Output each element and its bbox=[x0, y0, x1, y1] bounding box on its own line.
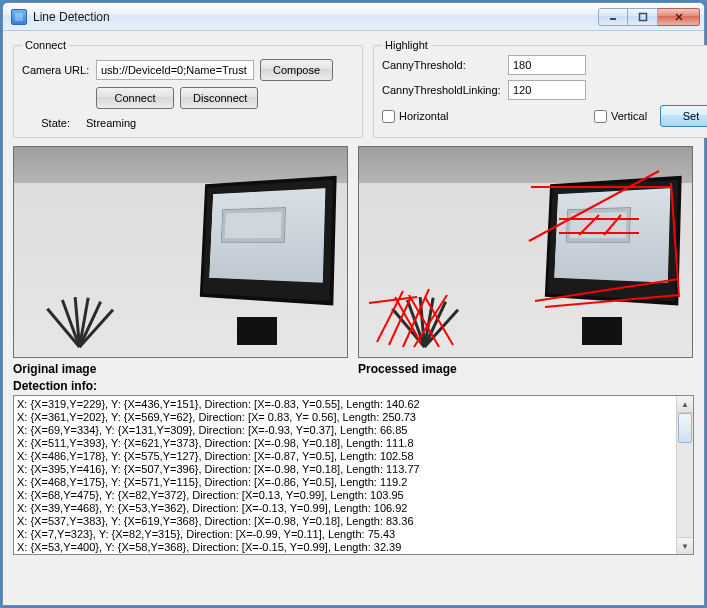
horizontal-checkbox[interactable]: Horizontal bbox=[382, 110, 502, 123]
processed-image bbox=[358, 146, 693, 358]
canny-threshold-label: CannyThreshold: bbox=[382, 59, 502, 71]
detection-line: X: {X=68,Y=475}, Y: {X=82,Y=372}, Direct… bbox=[17, 489, 673, 502]
window-controls bbox=[598, 8, 700, 26]
canny-threshold-input[interactable] bbox=[508, 55, 586, 75]
vertical-checkbox-input[interactable] bbox=[594, 110, 607, 123]
maximize-icon bbox=[638, 12, 648, 22]
close-icon bbox=[674, 12, 684, 22]
set-button[interactable]: Set bbox=[660, 105, 707, 127]
state-label: State: bbox=[22, 117, 80, 129]
disconnect-button[interactable]: Disconnect bbox=[180, 87, 258, 109]
connect-legend: Connect bbox=[22, 39, 69, 51]
connect-group: Connect Camera URL: Compose Connect Disc… bbox=[13, 39, 363, 138]
svg-rect-1 bbox=[639, 13, 646, 20]
highlight-group: Highlight CannyThreshold: CannyThreshold… bbox=[373, 39, 707, 138]
detection-line: X: {X=361,Y=202}, Y: {X=569,Y=62}, Direc… bbox=[17, 411, 673, 424]
titlebar[interactable]: Line Detection bbox=[3, 3, 704, 31]
scrollbar[interactable]: ▲ ▼ bbox=[676, 396, 693, 554]
minimize-icon bbox=[608, 12, 618, 22]
detection-info-box: X: {X=319,Y=229}, Y: {X=436,Y=151}, Dire… bbox=[13, 395, 694, 555]
window-title: Line Detection bbox=[33, 10, 110, 24]
detected-lines-overlay bbox=[359, 147, 693, 358]
original-image bbox=[13, 146, 348, 358]
canny-link-input[interactable] bbox=[508, 80, 586, 100]
scroll-up-button[interactable]: ▲ bbox=[677, 396, 693, 413]
connect-button[interactable]: Connect bbox=[96, 87, 174, 109]
processed-caption: Processed image bbox=[358, 362, 693, 376]
detection-info-label: Detection info: bbox=[13, 379, 694, 393]
close-button[interactable] bbox=[658, 8, 700, 26]
scroll-down-button[interactable]: ▼ bbox=[677, 537, 693, 554]
camera-url-label: Camera URL: bbox=[22, 64, 90, 76]
state-value: Streaming bbox=[86, 117, 136, 129]
minimize-button[interactable] bbox=[598, 8, 628, 26]
highlight-legend: Highlight bbox=[382, 39, 431, 51]
detection-line: X: {X=511,Y=393}, Y: {X=621,Y=373}, Dire… bbox=[17, 437, 673, 450]
detection-info-text[interactable]: X: {X=319,Y=229}, Y: {X=436,Y=151}, Dire… bbox=[14, 396, 676, 554]
detection-line: X: {X=319,Y=229}, Y: {X=436,Y=151}, Dire… bbox=[17, 398, 673, 411]
vertical-label: Vertical bbox=[611, 110, 647, 122]
svg-line-18 bbox=[409, 295, 439, 347]
canny-link-label: CannyThresholdLinking: bbox=[382, 84, 502, 96]
client-area: Connect Camera URL: Compose Connect Disc… bbox=[3, 31, 704, 605]
detection-line: X: {X=53,Y=400}, Y: {X=58,Y=368}, Direct… bbox=[17, 541, 673, 554]
detection-line: X: {X=39,Y=468}, Y: {X=53,Y=362}, Direct… bbox=[17, 502, 673, 515]
vertical-checkbox[interactable]: Vertical bbox=[594, 110, 654, 123]
detection-line: X: {X=486,Y=178}, Y: {X=575,Y=127}, Dire… bbox=[17, 450, 673, 463]
svg-line-19 bbox=[425, 297, 453, 345]
horizontal-label: Horizontal bbox=[399, 110, 449, 122]
scroll-track[interactable] bbox=[677, 413, 693, 537]
svg-line-4 bbox=[529, 171, 659, 241]
horizontal-checkbox-input[interactable] bbox=[382, 110, 395, 123]
app-icon bbox=[11, 9, 27, 25]
original-caption: Original image bbox=[13, 362, 348, 376]
detection-line: X: {X=7,Y=323}, Y: {X=82,Y=315}, Directi… bbox=[17, 528, 673, 541]
app-window: Line Detection Connect Camera URL: Compo… bbox=[2, 2, 705, 606]
scroll-thumb[interactable] bbox=[678, 413, 692, 443]
detection-line: X: {X=69,Y=334}, Y: {X=131,Y=309}, Direc… bbox=[17, 424, 673, 437]
compose-button[interactable]: Compose bbox=[260, 59, 333, 81]
detection-line: X: {X=537,Y=383}, Y: {X=619,Y=368}, Dire… bbox=[17, 515, 673, 528]
detection-line: X: {X=468,Y=175}, Y: {X=571,Y=115}, Dire… bbox=[17, 476, 673, 489]
maximize-button[interactable] bbox=[628, 8, 658, 26]
detection-line: X: {X=395,Y=416}, Y: {X=507,Y=396}, Dire… bbox=[17, 463, 673, 476]
camera-url-input[interactable] bbox=[96, 60, 254, 80]
